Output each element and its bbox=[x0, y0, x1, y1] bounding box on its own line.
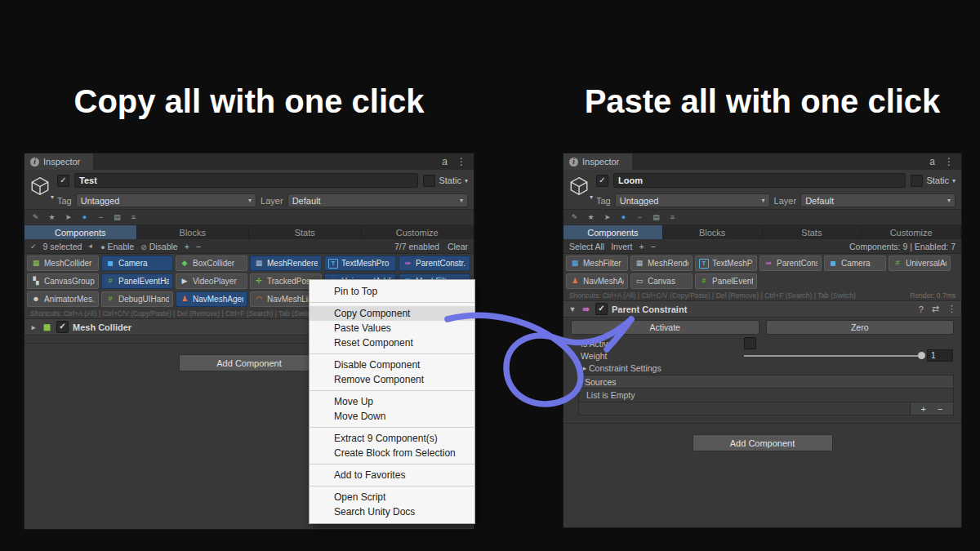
add-component-button[interactable]: Add Component bbox=[179, 354, 319, 371]
component-chip[interactable]: ⇛ ParentConstr... bbox=[399, 256, 470, 271]
active-checkbox[interactable]: ✓ bbox=[596, 175, 608, 187]
context-menu-item[interactable]: Remove Component bbox=[310, 372, 474, 387]
weight-slider[interactable] bbox=[744, 355, 924, 357]
context-menu-item[interactable] bbox=[310, 424, 474, 431]
presets-icon[interactable]: ⇄ bbox=[932, 304, 939, 314]
kebab-menu-icon[interactable]: ⋮ bbox=[947, 304, 956, 314]
invert-button[interactable]: Invert bbox=[611, 242, 632, 251]
gameobject-cube-icon[interactable]: ▾ bbox=[568, 176, 591, 198]
component-chip[interactable]: # PanelEventHa... bbox=[101, 273, 173, 289]
gameobject-cube-icon[interactable]: ▾ bbox=[29, 176, 52, 198]
context-menu-item[interactable] bbox=[310, 460, 474, 468]
add-selection-button[interactable]: + bbox=[185, 242, 189, 251]
toolbar-icon[interactable]: ≡ bbox=[667, 214, 678, 221]
tag-dropdown[interactable]: Untagged ▾ bbox=[76, 193, 256, 207]
context-menu-item[interactable] bbox=[310, 350, 474, 358]
lock-open-icon[interactable]: a bbox=[929, 157, 935, 167]
component-enabled-checkbox[interactable]: ✓ bbox=[595, 303, 608, 315]
main-tab[interactable]: Customize bbox=[362, 225, 474, 239]
disable-button[interactable]: ⊘ Disable bbox=[140, 242, 178, 251]
component-chip[interactable]: T TextMeshPro bbox=[324, 256, 396, 271]
component-chip[interactable]: ◼ Camera bbox=[824, 256, 886, 271]
foldout-icon[interactable]: ▸ bbox=[29, 323, 38, 331]
kebab-menu-icon[interactable]: ⋮ bbox=[944, 157, 954, 167]
context-menu-item[interactable]: Extract 9 Component(s) bbox=[310, 431, 474, 446]
component-enabled-checkbox[interactable]: ✓ bbox=[56, 321, 69, 333]
component-chip[interactable]: ◼ Camera bbox=[101, 256, 173, 271]
component-chip[interactable]: # DebugUIHand... bbox=[101, 291, 173, 307]
remove-selection-button[interactable]: − bbox=[196, 242, 201, 251]
toolbar-icon[interactable]: ➤ bbox=[602, 214, 612, 221]
component-chip[interactable]: T TextMeshPro bbox=[695, 256, 757, 271]
toolbar-icon[interactable]: ✎ bbox=[30, 214, 41, 221]
component-header-parentconstraint[interactable]: ▼ ⇛ ✓ Parent Constraint ? ⇄ ⋮ bbox=[564, 300, 961, 318]
weight-value-field[interactable]: 1 bbox=[927, 349, 953, 362]
enable-button[interactable]: ● Enable bbox=[100, 242, 134, 251]
component-chip[interactable]: ▦ MeshRenderer bbox=[250, 256, 322, 271]
add-component-button[interactable]: Add Component bbox=[693, 434, 833, 451]
context-menu-item[interactable]: Search Unity Docs bbox=[310, 504, 474, 519]
component-chip[interactable]: ▦ MeshRenderer bbox=[630, 256, 693, 271]
layer-dropdown[interactable]: Default ▾ bbox=[800, 193, 956, 207]
context-menu-item[interactable]: Reset Component bbox=[310, 335, 474, 350]
component-chip[interactable]: ▦ MeshCollider bbox=[27, 256, 99, 271]
tab-inspector[interactable]: i Inspector bbox=[24, 153, 93, 170]
component-chip[interactable]: # PanelEventHa... bbox=[695, 273, 757, 289]
component-chip[interactable]: # UniversalAddi... bbox=[889, 256, 951, 271]
component-chip[interactable]: ♟ NavMeshAgent bbox=[566, 273, 628, 289]
toolbar-icon[interactable]: ★ bbox=[47, 214, 57, 221]
main-tab[interactable]: Blocks bbox=[663, 225, 763, 239]
context-menu-item[interactable] bbox=[310, 482, 474, 490]
main-tab[interactable]: Customize bbox=[862, 225, 961, 239]
pointer-icon[interactable]: ➤ bbox=[87, 242, 96, 251]
toolbar-icon[interactable]: ✎ bbox=[569, 214, 580, 221]
tab-inspector[interactable]: i Inspector bbox=[564, 153, 632, 170]
kebab-menu-icon[interactable]: ⋮ bbox=[457, 157, 466, 167]
context-menu-item[interactable] bbox=[310, 299, 474, 306]
main-tab[interactable]: Components bbox=[564, 225, 663, 239]
static-checkbox[interactable] bbox=[911, 175, 923, 187]
main-tab[interactable]: Components bbox=[24, 225, 137, 239]
context-menu-item[interactable]: Add to Favorites bbox=[310, 468, 474, 482]
context-menu-item[interactable]: Copy Component bbox=[310, 306, 474, 321]
activate-button[interactable]: Activate bbox=[571, 320, 760, 335]
component-chip[interactable]: ▦ MeshFilter bbox=[566, 256, 628, 271]
add-selection-button[interactable]: + bbox=[639, 242, 644, 251]
context-menu-item[interactable]: Create Block from Selection bbox=[310, 446, 474, 460]
active-checkbox[interactable]: ✓ bbox=[57, 175, 69, 187]
component-chip[interactable]: ☻ AnimatorMes... bbox=[27, 291, 99, 307]
constraint-settings-row[interactable]: ▸ Constraint Settings bbox=[564, 362, 961, 374]
foldout-icon[interactable]: ▼ bbox=[568, 305, 577, 313]
clear-button[interactable]: Clear bbox=[448, 242, 468, 251]
toolbar-icon[interactable]: ▤ bbox=[651, 214, 662, 221]
static-dropdown-icon[interactable]: ▾ bbox=[465, 177, 468, 184]
component-chip[interactable]: ◆ BoxCollider bbox=[176, 256, 247, 271]
main-tab[interactable]: Stats bbox=[249, 225, 362, 239]
foldout-icon[interactable]: ▸ bbox=[581, 364, 589, 372]
context-menu-item[interactable]: Disable Component bbox=[310, 358, 474, 372]
component-chip[interactable]: ♟ NavMeshAgent bbox=[176, 291, 247, 307]
component-chip[interactable]: ▚ CanvasGroup bbox=[27, 273, 99, 289]
context-menu-item[interactable]: Open Script bbox=[310, 490, 474, 504]
toolbar-icon[interactable]: ★ bbox=[586, 214, 596, 221]
tag-dropdown[interactable]: Untagged ▾ bbox=[615, 193, 770, 207]
toolbar-icon[interactable]: − bbox=[96, 214, 106, 221]
context-menu-item[interactable]: Move Up bbox=[310, 394, 474, 409]
toolbar-icon[interactable]: ▤ bbox=[112, 214, 122, 221]
help-icon[interactable]: ? bbox=[919, 304, 924, 314]
toolbar-icon[interactable]: ➤ bbox=[63, 214, 74, 221]
lock-open-icon[interactable]: a bbox=[442, 157, 448, 167]
add-source-button[interactable]: + bbox=[921, 404, 926, 414]
static-dropdown-icon[interactable]: ▾ bbox=[952, 177, 956, 184]
is-active-checkbox[interactable] bbox=[744, 337, 756, 349]
main-tab[interactable]: Blocks bbox=[137, 225, 250, 239]
toolbar-icon[interactable]: ● bbox=[79, 214, 90, 221]
toolbar-icon[interactable]: ● bbox=[618, 214, 629, 221]
context-menu-item[interactable] bbox=[310, 387, 474, 394]
component-chip[interactable]: ▶ VideoPlayer bbox=[176, 273, 247, 289]
gameobject-name-field[interactable]: Test bbox=[74, 173, 418, 188]
component-chip[interactable]: ⇛ ParentConstr... bbox=[760, 256, 822, 271]
sources-header[interactable]: Sources bbox=[579, 375, 953, 389]
context-menu-item[interactable]: Pin to Top bbox=[310, 284, 474, 299]
remove-source-button[interactable]: − bbox=[938, 404, 942, 414]
